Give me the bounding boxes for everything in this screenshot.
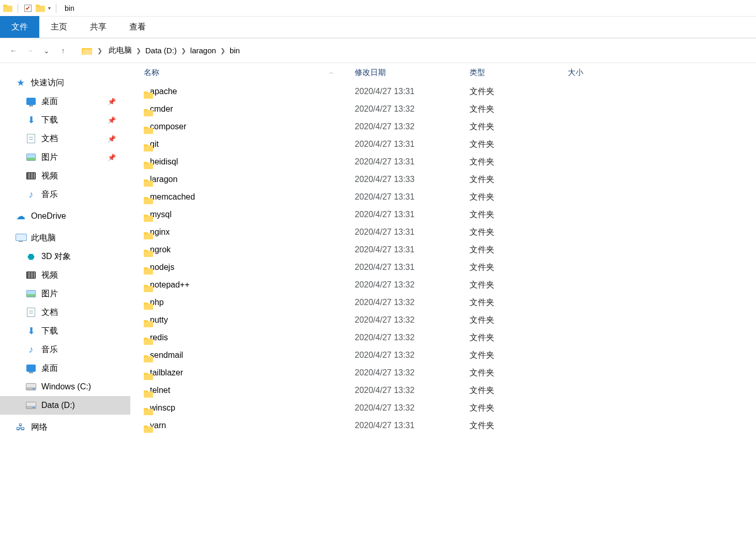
file-name-cell: mysql [144, 210, 355, 219]
column-header-type[interactable]: 类型 [470, 68, 568, 78]
sidebar-item-label: 音乐 [41, 344, 58, 355]
file-row[interactable]: yarn2020/4/27 13:31文件夹 [130, 417, 756, 434]
file-date: 2020/4/27 13:31 [355, 140, 470, 149]
file-type: 文件夹 [470, 209, 568, 220]
sidebar-item-label: Windows (C:) [41, 382, 91, 391]
file-name-cell: telnet [144, 386, 355, 395]
nav-back-icon[interactable]: ← [8, 46, 19, 56]
file-type: 文件夹 [470, 420, 568, 431]
file-row[interactable]: composer2020/4/27 13:32文件夹 [130, 118, 756, 135]
file-type: 文件夹 [470, 350, 568, 361]
breadcrumb-segment[interactable]: 此电脑 [109, 46, 132, 55]
qat-properties-icon[interactable]: ✔ [23, 4, 33, 13]
ribbon-tab[interactable]: 主页 [39, 16, 79, 38]
file-date: 2020/4/27 13:32 [355, 315, 470, 325]
file-row[interactable]: winscp2020/4/27 13:32文件夹 [130, 399, 756, 417]
sidebar-item[interactable]: 文档📌 [0, 129, 130, 148]
separator [56, 4, 56, 13]
ribbon-tab[interactable]: 查看 [118, 16, 157, 38]
file-row[interactable]: git2020/4/27 13:31文件夹 [130, 135, 756, 153]
sidebar-item[interactable]: Data (D:) [0, 396, 130, 415]
file-row[interactable]: nginx2020/4/27 13:31文件夹 [130, 223, 756, 241]
sidebar-item[interactable]: ♪音乐 [0, 185, 130, 204]
file-row[interactable]: memcached2020/4/27 13:31文件夹 [130, 188, 756, 206]
sidebar-this-pc[interactable]: 此电脑 [0, 229, 130, 247]
file-name: heidisql [150, 157, 178, 166]
sidebar-item-label: 图片 [41, 152, 58, 163]
file-name-cell: redis [144, 333, 355, 342]
sidebar-item[interactable]: 视频 [0, 166, 130, 185]
pin-icon: 📌 [108, 135, 116, 143]
column-header-size[interactable]: 大小 [568, 68, 756, 78]
sidebar-item[interactable]: 视频 [0, 266, 130, 284]
file-row[interactable]: notepad++2020/4/27 13:32文件夹 [130, 276, 756, 294]
file-row[interactable]: cmder2020/4/27 13:32文件夹 [130, 100, 756, 118]
file-name: tailblazer [150, 368, 183, 377]
breadcrumb-segment[interactable]: bin [230, 46, 240, 55]
file-row[interactable]: heidisql2020/4/27 13:31文件夹 [130, 153, 756, 171]
file-row[interactable]: telnet2020/4/27 13:32文件夹 [130, 382, 756, 399]
file-name: laragon [150, 175, 177, 184]
nav-forward-icon[interactable]: → [25, 46, 35, 56]
sidebar-item[interactable]: 桌面 [0, 359, 130, 377]
file-type: 文件夹 [470, 104, 568, 115]
file-name-cell: winscp [144, 403, 355, 413]
nav-recent-icon[interactable]: ⌄ [41, 46, 52, 56]
sidebar-item-label: 下载 [41, 115, 58, 126]
file-name-cell: laragon [144, 175, 355, 184]
chevron-right-icon[interactable]: ❯ [97, 47, 102, 54]
sidebar-item[interactable]: Windows (C:) [0, 377, 130, 396]
column-header-date[interactable]: 修改日期 [355, 68, 470, 78]
file-row[interactable]: redis2020/4/27 13:32文件夹 [130, 329, 756, 346]
sidebar-item[interactable]: ⬇下载📌 [0, 111, 130, 129]
file-date: 2020/4/27 13:32 [355, 403, 470, 413]
sidebar-item[interactable]: 桌面📌 [0, 92, 130, 111]
sidebar-quick-access[interactable]: ★ 快速访问 [0, 73, 130, 92]
sidebar-item[interactable]: 图片📌 [0, 148, 130, 166]
column-header-name[interactable]: 名称 ︿ [144, 68, 355, 78]
file-name-cell: yarn [144, 421, 355, 430]
file-name-cell: apache [144, 87, 355, 96]
file-name: winscp [150, 403, 175, 413]
file-name: cmder [150, 104, 173, 114]
file-type: 文件夹 [470, 86, 568, 97]
breadcrumb[interactable]: 此电脑❯Data (D:)❯laragon❯bin [109, 46, 240, 55]
sidebar-item[interactable]: ⬇下载 [0, 322, 130, 340]
sidebar-item[interactable]: 文档 [0, 303, 130, 322]
file-row[interactable]: putty2020/4/27 13:32文件夹 [130, 311, 756, 329]
file-row[interactable]: nodejs2020/4/27 13:31文件夹 [130, 259, 756, 276]
file-date: 2020/4/27 13:32 [355, 351, 470, 360]
qat-customize-icon[interactable]: ▾ [48, 5, 51, 11]
file-row[interactable]: ngrok2020/4/27 13:31文件夹 [130, 241, 756, 259]
sidebar-onedrive[interactable]: ☁ OneDrive [0, 207, 130, 225]
file-row[interactable]: laragon2020/4/27 13:33文件夹 [130, 171, 756, 188]
nav-up-icon[interactable]: ↑ [58, 46, 68, 56]
breadcrumb-root-icon[interactable] [82, 46, 91, 55]
sidebar-network[interactable]: 🖧 网络 [0, 418, 130, 436]
file-row[interactable]: sendmail2020/4/27 13:32文件夹 [130, 346, 756, 364]
ribbon-tab[interactable]: 共享 [79, 16, 118, 38]
sidebar-item[interactable]: ⬣3D 对象 [0, 247, 130, 266]
breadcrumb-segment[interactable]: Data (D:) [145, 46, 177, 55]
breadcrumb-segment[interactable]: laragon [190, 46, 216, 55]
pin-icon: 📌 [108, 98, 116, 105]
ribbon-tab-file[interactable]: 文件 [0, 16, 39, 38]
chevron-right-icon[interactable]: ❯ [220, 47, 225, 54]
music-icon: ♪ [26, 345, 36, 354]
sidebar: ★ 快速访问 桌面📌⬇下载📌文档📌图片📌视频♪音乐 ☁ OneDrive 此电脑… [0, 63, 130, 450]
file-type: 文件夹 [470, 368, 568, 379]
sidebar-item-label: 3D 对象 [41, 251, 71, 262]
file-date: 2020/4/27 13:32 [355, 280, 470, 290]
file-row[interactable]: mysql2020/4/27 13:31文件夹 [130, 206, 756, 223]
sidebar-item[interactable]: ♪音乐 [0, 340, 130, 359]
file-row[interactable]: tailblazer2020/4/27 13:32文件夹 [130, 364, 756, 382]
chevron-right-icon[interactable]: ❯ [136, 47, 141, 54]
file-row[interactable]: php2020/4/27 13:32文件夹 [130, 294, 756, 311]
file-type: 文件夹 [470, 297, 568, 308]
file-date: 2020/4/27 13:32 [355, 104, 470, 114]
file-row[interactable]: apache2020/4/27 13:31文件夹 [130, 83, 756, 100]
sidebar-item[interactable]: 图片 [0, 284, 130, 303]
chevron-right-icon[interactable]: ❯ [181, 47, 186, 54]
sidebar-item-label: Data (D:) [41, 401, 75, 410]
qat-folder-icon[interactable] [36, 4, 45, 13]
